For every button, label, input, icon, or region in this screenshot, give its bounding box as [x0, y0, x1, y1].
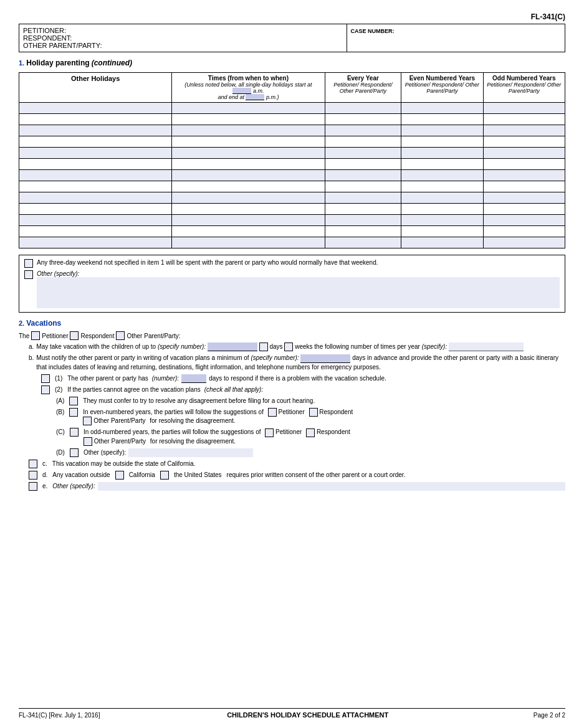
other-specify-checkbox[interactable]	[24, 270, 33, 279]
table-cell[interactable]	[325, 192, 401, 204]
table-cell[interactable]	[325, 136, 401, 148]
table-cell[interactable]	[325, 125, 401, 136]
table-cell[interactable]	[401, 181, 483, 192]
item-bB-petitioner-checkbox[interactable]	[268, 408, 277, 417]
other-parent-checkbox[interactable]	[116, 331, 125, 340]
table-cell[interactable]	[19, 103, 172, 114]
table-cell[interactable]	[401, 204, 483, 215]
item-bC-petitioner-checkbox[interactable]	[265, 428, 274, 437]
table-cell[interactable]	[325, 181, 401, 192]
other-specify-input[interactable]	[37, 277, 560, 308]
table-cell[interactable]	[19, 215, 172, 226]
item-a-weeks-checkbox[interactable]	[284, 343, 293, 351]
item-bB-respondent-checkbox[interactable]	[309, 408, 318, 417]
table-row	[19, 192, 565, 204]
table-cell[interactable]	[401, 114, 483, 125]
table-cell[interactable]	[483, 114, 565, 125]
table-cell[interactable]	[483, 136, 565, 148]
table-cell[interactable]	[325, 103, 401, 114]
table-cell[interactable]	[325, 148, 401, 159]
table-cell[interactable]	[19, 125, 172, 136]
item-b1-checkbox[interactable]	[41, 374, 50, 383]
item-bD-checkbox[interactable]	[70, 448, 79, 457]
table-row	[19, 114, 565, 125]
table-cell[interactable]	[401, 215, 483, 226]
table-cell[interactable]	[483, 125, 565, 136]
table-cell[interactable]	[483, 148, 565, 159]
table-cell[interactable]	[172, 148, 325, 159]
table-cell[interactable]	[172, 136, 325, 148]
table-cell[interactable]	[401, 170, 483, 181]
table-cell[interactable]	[483, 103, 565, 114]
table-cell[interactable]	[172, 192, 325, 204]
three-day-checkbox[interactable]	[24, 259, 33, 268]
item-e-checkbox[interactable]	[29, 482, 37, 491]
table-cell[interactable]	[325, 204, 401, 215]
table-cell[interactable]	[401, 125, 483, 136]
table-cell[interactable]	[401, 103, 483, 114]
table-cell[interactable]	[19, 204, 172, 215]
table-cell[interactable]	[325, 170, 401, 181]
item-bC-respondent-checkbox[interactable]	[306, 428, 315, 437]
table-cell[interactable]	[325, 114, 401, 125]
table-cell[interactable]	[172, 103, 325, 114]
table-cell[interactable]	[19, 114, 172, 125]
section1-title: Holiday parenting	[26, 59, 89, 67]
table-cell[interactable]	[172, 114, 325, 125]
table-cell[interactable]	[172, 125, 325, 136]
table-cell[interactable]	[172, 159, 325, 170]
table-cell[interactable]	[483, 226, 565, 237]
item-bC-checkbox[interactable]	[70, 428, 79, 437]
table-cell[interactable]	[483, 215, 565, 226]
table-cell[interactable]	[172, 226, 325, 237]
item-b1-number-input[interactable]	[181, 374, 206, 383]
item-d-california-checkbox[interactable]	[115, 471, 124, 480]
table-cell[interactable]	[19, 181, 172, 192]
item-bA-checkbox[interactable]	[69, 397, 78, 405]
item-d-checkbox[interactable]	[29, 471, 37, 480]
table-cell[interactable]	[325, 237, 401, 248]
table-cell[interactable]	[401, 136, 483, 148]
item-a-days-checkbox[interactable]	[259, 343, 268, 351]
table-cell[interactable]	[325, 215, 401, 226]
item-a-times-input[interactable]	[449, 343, 524, 351]
item-bD-specify-input[interactable]	[128, 448, 253, 457]
item-bB-other-checkbox[interactable]	[83, 417, 92, 425]
table-cell[interactable]	[325, 159, 401, 170]
table-cell[interactable]	[19, 159, 172, 170]
table-cell[interactable]	[172, 181, 325, 192]
item-bC-other-checkbox[interactable]	[84, 437, 92, 446]
table-cell[interactable]	[401, 148, 483, 159]
table-cell[interactable]	[172, 204, 325, 215]
table-cell[interactable]	[483, 170, 565, 181]
item-d-us-checkbox[interactable]	[160, 471, 169, 480]
respondent-checkbox[interactable]	[70, 331, 79, 340]
table-cell[interactable]	[19, 170, 172, 181]
table-cell[interactable]	[483, 192, 565, 204]
table-cell[interactable]	[401, 237, 483, 248]
table-cell[interactable]	[172, 237, 325, 248]
table-cell[interactable]	[172, 215, 325, 226]
table-cell[interactable]	[401, 192, 483, 204]
table-cell[interactable]	[19, 237, 172, 248]
item-b-specify-input[interactable]	[300, 354, 350, 363]
table-cell[interactable]	[401, 226, 483, 237]
table-cell[interactable]	[483, 204, 565, 215]
table-cell[interactable]	[19, 148, 172, 159]
item-e-specify-input[interactable]	[98, 482, 565, 491]
table-row	[19, 181, 565, 192]
item-b2-checkbox[interactable]	[41, 385, 50, 394]
table-cell[interactable]	[325, 226, 401, 237]
table-cell[interactable]	[483, 237, 565, 248]
table-cell[interactable]	[401, 159, 483, 170]
table-cell[interactable]	[19, 192, 172, 204]
item-bB-checkbox[interactable]	[69, 408, 78, 417]
petitioner-checkbox[interactable]	[31, 331, 40, 340]
item-a-specify-input[interactable]	[208, 343, 257, 351]
item-c-checkbox[interactable]	[29, 460, 37, 468]
table-cell[interactable]	[19, 226, 172, 237]
table-cell[interactable]	[172, 170, 325, 181]
table-cell[interactable]	[19, 136, 172, 148]
table-cell[interactable]	[483, 181, 565, 192]
table-cell[interactable]	[483, 159, 565, 170]
